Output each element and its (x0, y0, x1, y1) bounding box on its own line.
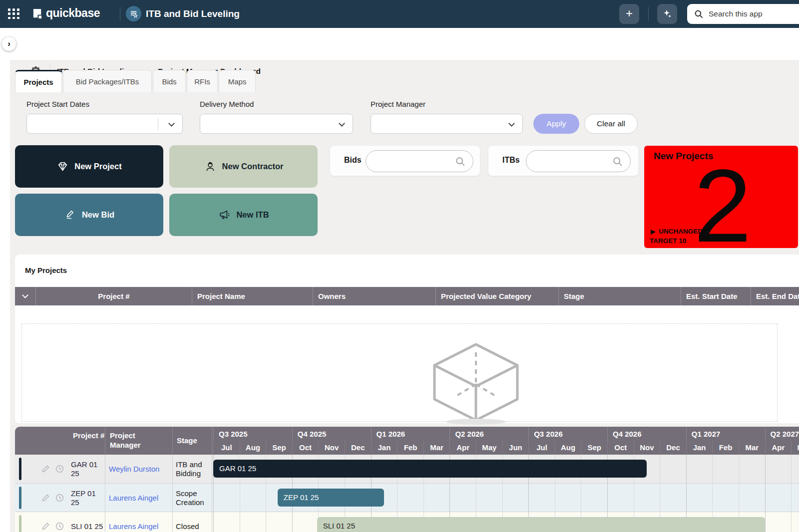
app-switcher-icon[interactable] (8, 8, 20, 19)
delivery-method-select[interactable] (200, 114, 353, 134)
history-clock-icon[interactable] (55, 522, 64, 532)
new-contractor-button[interactable]: New Contractor (169, 145, 318, 188)
gantt-month-label: Oct (292, 441, 319, 455)
search-input[interactable] (708, 9, 793, 19)
project-manager-link[interactable]: Laurens Aingel (109, 512, 171, 532)
gantt-row: GAR 01 25Weylin DurstonITB and BiddingGA… (15, 455, 799, 483)
edit-pencil-icon[interactable] (41, 522, 50, 532)
brand-wordmark[interactable]: quickbase (46, 6, 100, 20)
my-projects-title: My Projects (25, 266, 67, 274)
filter-label-delivery-method: Delivery Method (200, 100, 254, 108)
new-bid-button[interactable]: New Bid (15, 194, 163, 236)
header-collapse-chevron-icon[interactable] (15, 287, 36, 305)
gantt-row: ZEP 01 25Laurens AingelScope CreationZEP… (15, 483, 799, 512)
gantt-col-project: Project # (73, 431, 106, 441)
gantt-month-label: Aug (240, 441, 266, 455)
search-icon (455, 156, 466, 169)
tab-maps[interactable]: Maps (219, 70, 256, 92)
my-projects-column-header[interactable]: Est. Start Date (681, 287, 751, 305)
history-clock-icon[interactable] (55, 464, 64, 476)
gantt-month-label: Dec (660, 441, 686, 455)
gantt-col-stage: Stage (177, 436, 208, 446)
project-manager-link[interactable]: Weylin Durston (109, 455, 171, 483)
bids-search-input[interactable] (366, 150, 473, 172)
left-rail (0, 60, 10, 532)
my-projects-column-header[interactable]: Owners (313, 287, 436, 305)
new-projects-kpi-card[interactable]: New Projects 2 ▶ UNCHANGED TARGET 10 (644, 146, 798, 248)
new-itb-button[interactable]: New ITB (169, 194, 318, 236)
tab-projects[interactable]: Projects (15, 70, 62, 92)
row-color-strip (19, 487, 21, 509)
gantt-quarter-label: Q4 2026 (607, 427, 686, 441)
tab-bids[interactable]: Bids (153, 70, 186, 92)
row-color-strip (19, 458, 21, 480)
app-screen: quickbase ITB and Bid Leveling + ITB and… (0, 0, 799, 532)
gantt-bar[interactable]: SLI 01 25 (317, 517, 765, 532)
search-icon (694, 9, 704, 19)
gantt-card: Project # Project Manager Stage Q3 2025J… (15, 427, 799, 532)
quickbase-logo-icon[interactable] (32, 8, 43, 21)
edit-pencil-icon[interactable] (41, 464, 50, 476)
my-projects-column-header[interactable]: Stage (559, 287, 681, 305)
tab-rfis[interactable]: RFIs (187, 70, 218, 92)
row-color-strip (19, 515, 21, 532)
gantt-month-label: May (476, 441, 502, 455)
contractor-icon (204, 160, 217, 173)
kpi-target: TARGET 10 (650, 237, 686, 245)
history-clock-icon[interactable] (55, 493, 64, 505)
select-divider (158, 118, 158, 130)
bids-search-label: Bids (344, 156, 362, 165)
apply-button[interactable]: Apply (533, 114, 579, 134)
gantt-col-manager: Project Manager (110, 431, 166, 450)
gem-icon (56, 160, 69, 173)
gantt-month-label: Nov (634, 441, 660, 455)
gantt-month-label: Feb (712, 441, 739, 455)
my-projects-column-header[interactable]: Est. End Date (751, 287, 799, 305)
project-number: GAR 01 25 (71, 455, 104, 483)
project-stage: Scope Creation (176, 484, 211, 512)
gantt-month-label: Sep (266, 441, 292, 455)
my-projects-column-header[interactable]: Projected Value Category (436, 287, 559, 305)
project-manager-link[interactable]: Laurens Aingel (109, 484, 171, 512)
gantt-bar[interactable]: ZEP 01 25 (278, 489, 384, 507)
topbar-divider (120, 7, 120, 21)
empty-state-cube-icon (431, 341, 520, 427)
app-search[interactable] (687, 4, 799, 24)
gantt-quarter-label: Q4 2025 (292, 427, 371, 441)
edit-pencil-icon[interactable] (41, 493, 50, 505)
gantt-quarter-label: Q3 2026 (528, 427, 607, 441)
project-start-dates-select[interactable] (26, 114, 183, 134)
gantt-month-label: Nov (318, 441, 345, 455)
new-project-button[interactable]: New Project (15, 145, 163, 188)
add-button[interactable]: + (619, 4, 639, 24)
app-badge-icon[interactable] (126, 6, 141, 21)
pen-icon (64, 209, 76, 221)
gantt-month-label: Jun (502, 441, 529, 455)
sidebar-expand-button[interactable]: › (2, 37, 16, 51)
itbs-search-label: ITBs (502, 156, 520, 165)
ai-assistant-button[interactable] (657, 4, 677, 24)
gantt-bar[interactable]: GAR 01 25 (213, 460, 647, 478)
gantt-header: Project # Project Manager Stage Q3 2025J… (15, 427, 799, 455)
kpi-status-text: UNCHANGED (659, 228, 703, 235)
new-itb-label: New ITB (236, 210, 269, 220)
new-contractor-label: New Contractor (222, 162, 284, 171)
my-projects-column-header[interactable]: Project Name (192, 287, 313, 305)
project-manager-select[interactable] (371, 114, 523, 134)
chevron-down-icon (168, 120, 175, 127)
gantt-month-label: Jan (371, 441, 398, 455)
my-projects-card: My Projects Project #Project NameOwnersP… (15, 255, 799, 423)
gantt-quarter-label: Q3 2025 (213, 427, 292, 441)
gantt-month-label: Dec (345, 441, 371, 455)
my-projects-column-header[interactable]: Project # (36, 287, 192, 305)
search-icon (612, 156, 623, 169)
tab-bid-packages-itbs[interactable]: Bid Packages/ITBs (63, 70, 152, 92)
gantt-month-label: Mar (739, 441, 765, 455)
gantt-month-label: May (791, 441, 799, 455)
bids-search-card: Bids (330, 145, 480, 176)
clear-all-button[interactable]: Clear all (584, 114, 638, 134)
gantt-month-label: Apr (765, 441, 792, 455)
filter-label-project-manager: Project Manager (371, 100, 425, 108)
gantt-quarter-label: Q2 2027 (765, 427, 799, 441)
itbs-search-input[interactable] (526, 150, 631, 172)
